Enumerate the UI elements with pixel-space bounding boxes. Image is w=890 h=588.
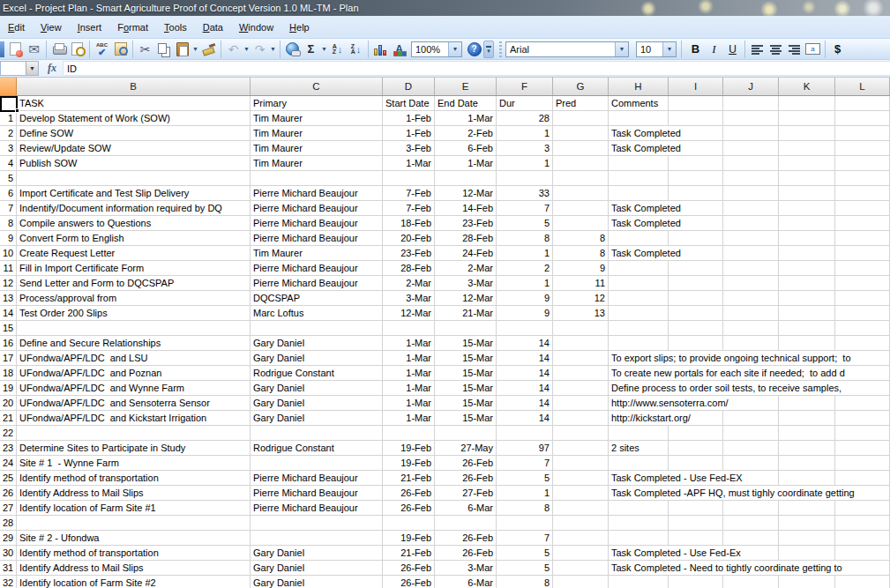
- cell[interactable]: [669, 576, 723, 588]
- cell[interactable]: 3-Mar: [435, 276, 497, 291]
- cell[interactable]: 5: [497, 471, 553, 486]
- cell[interactable]: Gary Daniel: [251, 351, 383, 366]
- cell[interactable]: [779, 336, 835, 351]
- cell[interactable]: [609, 261, 669, 276]
- cell[interactable]: Marc Loftus: [251, 306, 383, 321]
- cell[interactable]: 7-Feb: [383, 201, 435, 216]
- cell[interactable]: 28: [0, 516, 17, 531]
- cell[interactable]: [723, 171, 779, 186]
- cell[interactable]: 26: [0, 486, 17, 501]
- cell[interactable]: Gary Daniel: [251, 546, 383, 561]
- cell[interactable]: [723, 456, 779, 471]
- cell[interactable]: Identify method of transportation: [17, 546, 251, 561]
- cell[interactable]: 7: [497, 201, 553, 216]
- cell[interactable]: [669, 321, 723, 336]
- cell[interactable]: [779, 276, 835, 291]
- cell[interactable]: Task Completed: [609, 216, 669, 231]
- cell[interactable]: [835, 261, 890, 276]
- cell[interactable]: [779, 306, 835, 321]
- spelling-button[interactable]: [93, 41, 111, 58]
- cell[interactable]: 10: [0, 246, 17, 261]
- align-right-button[interactable]: [785, 41, 804, 58]
- cell[interactable]: 14: [497, 411, 553, 426]
- cell[interactable]: 1-Mar: [383, 156, 435, 171]
- cell[interactable]: 5: [497, 561, 553, 576]
- column-header-e[interactable]: E: [435, 78, 497, 95]
- cell[interactable]: Pred: [553, 96, 609, 111]
- cell[interactable]: Identify method of transportation: [17, 471, 251, 486]
- cell[interactable]: [723, 516, 779, 531]
- chevron-down-icon[interactable]: ▼: [269, 46, 277, 52]
- cell[interactable]: Start Date: [383, 96, 435, 111]
- cell[interactable]: 15: [0, 321, 17, 336]
- cell[interactable]: [779, 171, 835, 186]
- cell[interactable]: 3: [0, 141, 17, 156]
- cell[interactable]: 27-May: [435, 441, 497, 456]
- cell[interactable]: [723, 441, 779, 456]
- cell[interactable]: [779, 141, 835, 156]
- cell[interactable]: [553, 201, 609, 216]
- cell[interactable]: Tim Maurer: [251, 246, 383, 261]
- cell[interactable]: 12-Mar: [435, 186, 497, 201]
- cell[interactable]: [835, 156, 890, 171]
- cell[interactable]: 14: [497, 351, 553, 366]
- cell[interactable]: [553, 411, 609, 426]
- cell[interactable]: [723, 156, 779, 171]
- cell[interactable]: [723, 96, 779, 111]
- cell[interactable]: Pierre Michard Beaujour: [251, 276, 383, 291]
- cell[interactable]: [251, 456, 383, 471]
- cell[interactable]: 21-Feb: [383, 471, 435, 486]
- cell[interactable]: [779, 501, 835, 516]
- cell[interactable]: Task Completed -APF HQ, must tighly coor…: [609, 486, 669, 501]
- cell[interactable]: [553, 111, 609, 126]
- cell[interactable]: Send Letter and Form to DQCSPAP: [17, 276, 251, 291]
- zoom-select[interactable]: 100% ▼: [411, 41, 462, 57]
- cell[interactable]: 9: [497, 291, 553, 306]
- cell[interactable]: [723, 336, 779, 351]
- font-size-select[interactable]: 10 ▼: [636, 41, 677, 57]
- cell[interactable]: 7: [497, 456, 553, 471]
- cell[interactable]: [835, 516, 890, 531]
- hyperlink-button[interactable]: [283, 41, 302, 58]
- cell[interactable]: Tim Maurer: [251, 126, 383, 141]
- cell[interactable]: 7: [497, 531, 553, 546]
- cell[interactable]: Publish SOW: [17, 156, 251, 171]
- cell[interactable]: 28-Feb: [383, 261, 435, 276]
- align-left-button[interactable]: [748, 41, 767, 58]
- cell[interactable]: 33: [497, 186, 553, 201]
- cell[interactable]: [553, 531, 609, 546]
- cell[interactable]: 1: [497, 126, 553, 141]
- cell[interactable]: [17, 516, 251, 531]
- cell[interactable]: [779, 411, 835, 426]
- cell[interactable]: Define process to order soil tests, to r…: [609, 381, 669, 396]
- cell[interactable]: [251, 516, 383, 531]
- cell[interactable]: [553, 396, 609, 411]
- cell[interactable]: 28-Feb: [435, 231, 497, 246]
- cell[interactable]: [553, 441, 609, 456]
- cell[interactable]: [723, 426, 779, 441]
- cell[interactable]: [669, 336, 723, 351]
- cell[interactable]: [723, 531, 779, 546]
- cell[interactable]: [835, 216, 890, 231]
- cell[interactable]: 15-Mar: [435, 366, 497, 381]
- cell[interactable]: [835, 456, 890, 471]
- cell[interactable]: 18-Feb: [383, 216, 435, 231]
- cell[interactable]: [609, 576, 669, 588]
- cell[interactable]: Pierre Michard Beaujour: [251, 201, 383, 216]
- cell[interactable]: 12-Mar: [383, 306, 435, 321]
- cell[interactable]: [497, 171, 553, 186]
- column-header-g[interactable]: G: [553, 78, 609, 95]
- cell[interactable]: [435, 516, 497, 531]
- cell[interactable]: [835, 501, 890, 516]
- chevron-down-icon[interactable]: ▼: [448, 42, 461, 56]
- cell[interactable]: 1-Mar: [383, 411, 435, 426]
- cell[interactable]: Develop Statement of Work (SOW): [17, 111, 251, 126]
- cell[interactable]: 23: [0, 441, 17, 456]
- cell[interactable]: Site # 1 - Wynne Farm: [17, 456, 251, 471]
- cell[interactable]: [669, 531, 723, 546]
- cell[interactable]: [723, 261, 779, 276]
- cell[interactable]: [609, 186, 669, 201]
- italic-button[interactable]: [705, 41, 723, 58]
- cell[interactable]: Process/approval from: [17, 291, 251, 306]
- cell[interactable]: Pierre Michard Beaujour: [251, 186, 383, 201]
